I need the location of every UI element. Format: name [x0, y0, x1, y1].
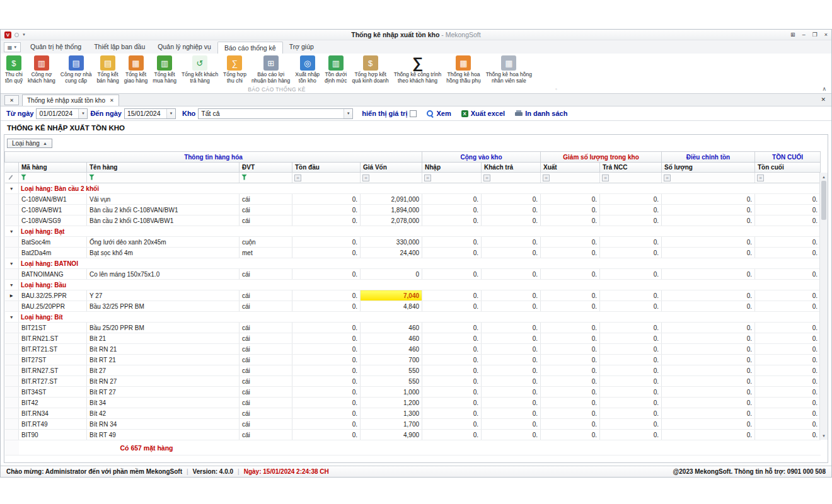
cell-xuat[interactable]: 0.: [541, 398, 600, 408]
cell-ton_dau[interactable]: 0.: [292, 248, 361, 258]
cell-gia_von[interactable]: 330,000: [361, 237, 422, 248]
cell-xuat[interactable]: 0.: [541, 430, 600, 440]
cell-ton_cuoi[interactable]: 0.: [755, 408, 821, 419]
cell-tra_ncc[interactable]: 0.: [600, 344, 662, 355]
cell-ton_cuoi[interactable]: 0.: [755, 248, 821, 258]
cell-nhap[interactable]: 0.: [422, 301, 482, 312]
group-row[interactable]: ▼Loại hàng: Bàn cầu 2 khối: [5, 183, 821, 194]
cell-ton_cuoi[interactable]: 0.: [755, 419, 821, 430]
table-row[interactable]: C-108VAN/BW1Vải vụncái0.2,091,0000.0.0.0…: [5, 194, 821, 205]
cell-dvt[interactable]: cái: [240, 205, 292, 215]
cell-xuat[interactable]: 0.: [541, 237, 600, 248]
print-list-button[interactable]: In danh sách: [515, 110, 567, 117]
cell-xuat[interactable]: 0.: [541, 323, 600, 333]
cell-xuat[interactable]: 0.: [541, 205, 600, 215]
cell-xuat[interactable]: 0.: [541, 419, 600, 430]
export-excel-button[interactable]: X Xuất excel: [461, 110, 505, 117]
cell-khach_tra[interactable]: 0.: [482, 194, 541, 205]
ribbon-button[interactable]: ▥Công nợ khách hàng: [25, 55, 58, 84]
cell-so_luong[interactable]: 0.: [662, 333, 755, 344]
maximize-button[interactable]: ❐: [812, 32, 818, 38]
cell-ton_cuoi[interactable]: 0.: [755, 344, 821, 355]
cell-ten[interactable]: Bầu 32/25 PPR BM: [87, 301, 240, 312]
cell-khach_tra[interactable]: 0.: [482, 344, 541, 355]
cell-ton_cuoi[interactable]: 0.: [755, 430, 821, 440]
ribbon-button[interactable]: ▦Thống kê hoa hồng nhân viên sale: [483, 55, 534, 84]
filter-cell-ma[interactable]: [19, 173, 87, 183]
ribbon-button[interactable]: ▥Tồn dưới định mức: [322, 55, 349, 84]
ribbon-button[interactable]: ▤Công nợ nhà cung cấp: [58, 55, 95, 84]
table-row[interactable]: C-108VA/BW1Bàn cầu 2 khối C-108VAN/BW1cá…: [5, 205, 821, 215]
cell-ten[interactable]: Co lên máng 150x75x1.0: [87, 269, 240, 280]
cell-ton_cuoi[interactable]: 0.: [755, 215, 821, 226]
cell-nhap[interactable]: 0.: [422, 215, 482, 226]
cell-ton_dau[interactable]: 0.: [292, 408, 361, 419]
table-row[interactable]: BIT.RT27.STBít RN 27cái0.5500.0.0.0.0.0.: [5, 376, 821, 387]
column-header-ton_dau[interactable]: Tồn đầu: [292, 163, 361, 173]
cell-tra_ncc[interactable]: 0.: [600, 419, 662, 430]
app-menu-button[interactable]: ▦▼: [4, 42, 21, 52]
column-header-xuat[interactable]: Xuất: [541, 163, 600, 173]
cell-gia_von[interactable]: 1,000: [361, 387, 422, 398]
scrollbar-track[interactable]: [820, 220, 828, 432]
cell-ton_cuoi[interactable]: 0.: [755, 333, 821, 344]
to-date-input[interactable]: 15/01/2024 ▼: [124, 108, 176, 119]
cell-ton_dau[interactable]: 0.: [292, 237, 361, 248]
view-button[interactable]: Xem: [427, 110, 451, 117]
cell-gia_von[interactable]: 550: [361, 376, 422, 387]
cell-dvt[interactable]: cái: [240, 215, 292, 226]
cell-nhap[interactable]: 0.: [422, 365, 482, 376]
scroll-up-icon[interactable]: ▲: [820, 173, 828, 181]
ribbon-tab[interactable]: Quản lý nghiệp vụ: [151, 41, 217, 54]
cell-ma[interactable]: BIT34ST: [19, 387, 87, 398]
cell-nhap[interactable]: 0.: [422, 344, 482, 355]
column-header-ten[interactable]: Tên hàng: [87, 163, 240, 173]
cell-ma[interactable]: BIT27ST: [19, 355, 87, 365]
filter-cell-so_luong[interactable]: =: [662, 173, 755, 183]
table-row[interactable]: BIT42Bít 34cái0.1,2000.0.0.0.0.0.: [5, 398, 821, 408]
dock-icon[interactable]: ⊞: [790, 32, 795, 38]
cell-ton_dau[interactable]: 0.: [292, 269, 361, 280]
cell-ton_dau[interactable]: 0.: [292, 365, 361, 376]
cell-ten[interactable]: Bít 34: [87, 398, 240, 408]
cell-ma[interactable]: BIT.RT27.ST: [19, 376, 87, 387]
cell-nhap[interactable]: 0.: [422, 237, 482, 248]
cell-xuat[interactable]: 0.: [541, 301, 600, 312]
cell-khach_tra[interactable]: 0.: [482, 430, 541, 440]
group-row[interactable]: ▼Loại hàng: BATNOI: [5, 258, 821, 269]
cell-ten[interactable]: Bít RT 21: [87, 355, 240, 365]
table-row[interactable]: BIT.RT21.STBít RN 21cái0.4600.0.0.0.0.0.: [5, 344, 821, 355]
cell-nhap[interactable]: 0.: [422, 355, 482, 365]
document-tab-active[interactable]: Thống kê nhập xuất tồn kho ✕: [22, 94, 119, 106]
cell-ton_dau[interactable]: 0.: [292, 419, 361, 430]
cell-ton_dau[interactable]: 0.: [292, 344, 361, 355]
cell-ten[interactable]: Bít RT 27: [87, 387, 240, 398]
cell-khach_tra[interactable]: 0.: [482, 215, 541, 226]
cell-ton_dau[interactable]: 0.: [292, 355, 361, 365]
cell-gia_von[interactable]: 1,894,000: [361, 205, 422, 215]
cell-ton_cuoi[interactable]: 0.: [755, 365, 821, 376]
cell-ton_dau[interactable]: 0.: [292, 215, 361, 226]
cell-so_luong[interactable]: 0.: [662, 205, 755, 215]
collapse-icon[interactable]: ▼: [9, 315, 14, 319]
cell-tra_ncc[interactable]: 0.: [600, 323, 662, 333]
cell-dvt[interactable]: cái: [240, 419, 292, 430]
cell-xuat[interactable]: 0.: [541, 333, 600, 344]
cell-ma[interactable]: BIT.RN27.ST: [19, 365, 87, 376]
table-row[interactable]: BIT.RN27.STBít 27cái0.5500.0.0.0.0.0.: [5, 365, 821, 376]
cell-ton_cuoi[interactable]: 0.: [755, 269, 821, 280]
ribbon-tab[interactable]: Quản trị hệ thống: [24, 41, 88, 54]
cell-ma[interactable]: BIT.RN21.ST: [19, 333, 87, 344]
cell-so_luong[interactable]: 0.: [662, 419, 755, 430]
close-all-tabs-button[interactable]: ✕: [4, 95, 19, 105]
quick-access-icon[interactable]: [14, 33, 19, 37]
cell-dvt[interactable]: cái: [240, 194, 292, 205]
cell-khach_tra[interactable]: 0.: [482, 205, 541, 215]
cell-gia_von[interactable]: 550: [361, 365, 422, 376]
table-row[interactable]: BIT.RT49Bít RN 34cái0.1,7000.0.0.0.0.0.: [5, 419, 821, 430]
cell-nhap[interactable]: 0.: [422, 269, 482, 280]
to-date-dropdown-icon[interactable]: ▼: [166, 109, 175, 118]
cell-gia_von[interactable]: 4,840: [361, 301, 422, 312]
cell-tra_ncc[interactable]: 0.: [600, 215, 662, 226]
cell-so_luong[interactable]: 0.: [662, 301, 755, 312]
